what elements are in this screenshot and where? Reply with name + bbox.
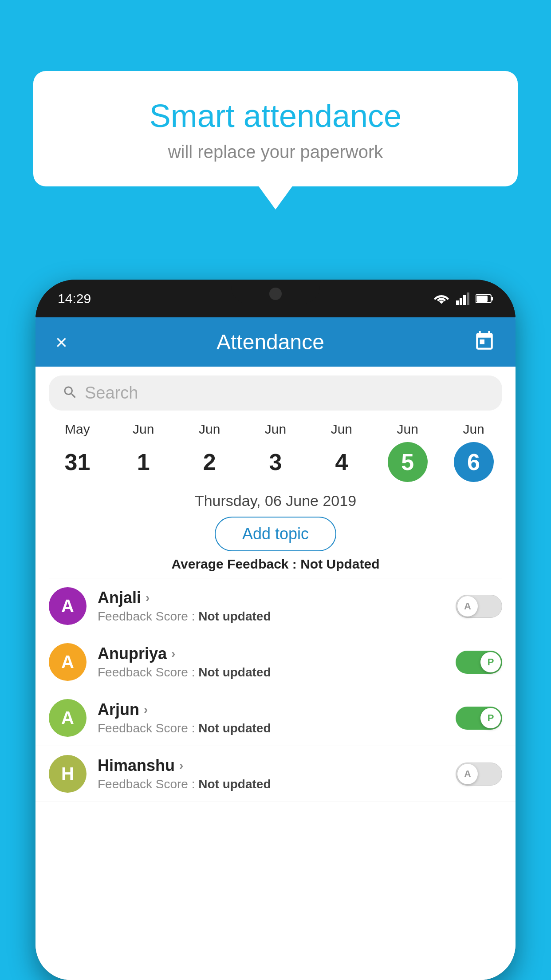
calendar-day-number: 4 — [322, 442, 362, 482]
speech-bubble-subtitle: will replace your paperwork — [69, 142, 482, 162]
calendar-day[interactable]: Jun5 — [374, 422, 441, 482]
student-avatar: A — [49, 587, 87, 625]
toggle-switch[interactable]: A — [456, 763, 502, 786]
camera-notch — [269, 288, 282, 300]
svg-rect-6 — [476, 296, 488, 302]
calendar-day[interactable]: Jun6 — [441, 422, 507, 482]
svg-rect-5 — [491, 297, 493, 300]
student-item[interactable]: AAnjali ›Feedback Score : Not updatedA — [35, 578, 516, 634]
calendar-day-number: 1 — [123, 442, 163, 482]
signal-icon — [456, 292, 469, 305]
calendar-day-number: 31 — [57, 442, 97, 482]
calendar-strip: May31Jun1Jun2Jun3Jun4Jun5Jun6 — [35, 415, 516, 484]
add-topic-button[interactable]: Add topic — [215, 517, 336, 551]
toggle-knob: A — [457, 764, 478, 784]
student-item[interactable]: AAnupriya ›Feedback Score : Not updatedP — [35, 634, 516, 690]
student-info: Arjun ›Feedback Score : Not updated — [98, 700, 445, 735]
battery-icon — [476, 294, 493, 304]
toggle-switch[interactable]: A — [456, 595, 502, 618]
app-screen: × Attendance Search May31Jun1Jun2Jun3Jun — [35, 317, 516, 980]
calendar-day-number: 5 — [388, 442, 428, 482]
student-score: Feedback Score : Not updated — [98, 609, 445, 624]
student-score: Feedback Score : Not updated — [98, 777, 445, 791]
add-topic-wrap: Add topic — [35, 513, 516, 557]
calendar-month-label: May — [65, 422, 90, 437]
student-name: Arjun › — [98, 700, 445, 719]
calendar-icon[interactable] — [473, 330, 496, 354]
wifi-icon — [433, 292, 450, 305]
search-input-wrap[interactable]: Search — [49, 375, 502, 411]
status-icons — [433, 292, 493, 305]
search-placeholder: Search — [85, 383, 138, 403]
student-info: Himanshu ›Feedback Score : Not updated — [98, 756, 445, 791]
attendance-toggle[interactable]: P — [456, 707, 502, 730]
calendar-month-label: Jun — [331, 422, 352, 437]
chevron-icon: › — [179, 759, 183, 773]
toggle-knob: P — [480, 708, 501, 728]
student-item[interactable]: HHimanshu ›Feedback Score : Not updatedA — [35, 746, 516, 802]
chevron-icon: › — [171, 647, 175, 661]
svg-rect-0 — [456, 300, 459, 305]
app-header: × Attendance — [35, 317, 516, 367]
app-title: Attendance — [216, 330, 324, 354]
student-score: Feedback Score : Not updated — [98, 721, 445, 735]
chevron-icon: › — [146, 591, 150, 605]
student-list: AAnjali ›Feedback Score : Not updatedAAA… — [35, 578, 516, 980]
svg-rect-3 — [467, 292, 469, 305]
calendar-day-number: 3 — [256, 442, 295, 482]
speech-bubble-title: Smart attendance — [69, 98, 482, 134]
calendar-month-label: Jun — [265, 422, 286, 437]
chevron-icon: › — [144, 703, 148, 717]
calendar-month-label: Jun — [199, 422, 220, 437]
student-name: Himanshu › — [98, 756, 445, 775]
calendar-month-label: Jun — [397, 422, 418, 437]
svg-rect-2 — [463, 295, 466, 305]
search-icon — [62, 384, 78, 402]
student-name: Anjali › — [98, 589, 445, 607]
calendar-day-number: 6 — [454, 442, 494, 482]
selected-date: Thursday, 06 June 2019 — [35, 484, 516, 513]
close-button[interactable]: × — [55, 332, 67, 352]
speech-bubble: Smart attendance will replace your paper… — [33, 71, 518, 186]
student-avatar: A — [49, 699, 87, 737]
calendar-day[interactable]: Jun1 — [110, 422, 177, 482]
student-info: Anjali ›Feedback Score : Not updated — [98, 589, 445, 624]
calendar-month-label: Jun — [463, 422, 484, 437]
calendar-day[interactable]: Jun2 — [177, 422, 243, 482]
attendance-toggle[interactable]: A — [456, 595, 502, 618]
student-avatar: H — [49, 755, 87, 793]
student-avatar: A — [49, 643, 87, 681]
toggle-knob: P — [480, 652, 501, 672]
student-name: Anupriya › — [98, 644, 445, 663]
toggle-switch[interactable]: P — [456, 651, 502, 674]
toggle-switch[interactable]: P — [456, 707, 502, 730]
attendance-toggle[interactable]: P — [456, 651, 502, 674]
status-time: 14:29 — [58, 291, 91, 306]
average-feedback: Average Feedback : Not Updated — [35, 557, 516, 578]
calendar-day[interactable]: Jun4 — [308, 422, 374, 482]
student-item[interactable]: AArjun ›Feedback Score : Not updatedP — [35, 690, 516, 746]
calendar-day[interactable]: Jun3 — [243, 422, 309, 482]
calendar-day-number: 2 — [189, 442, 229, 482]
search-bar: Search — [35, 367, 516, 415]
status-bar: 14:29 — [35, 280, 516, 317]
student-info: Anupriya ›Feedback Score : Not updated — [98, 644, 445, 680]
student-score: Feedback Score : Not updated — [98, 665, 445, 680]
phone-frame: 14:29 — [35, 280, 516, 980]
calendar-day[interactable]: May31 — [44, 422, 110, 482]
attendance-toggle[interactable]: A — [456, 763, 502, 786]
toggle-knob: A — [457, 596, 478, 616]
calendar-month-label: Jun — [133, 422, 154, 437]
svg-rect-1 — [460, 298, 462, 305]
